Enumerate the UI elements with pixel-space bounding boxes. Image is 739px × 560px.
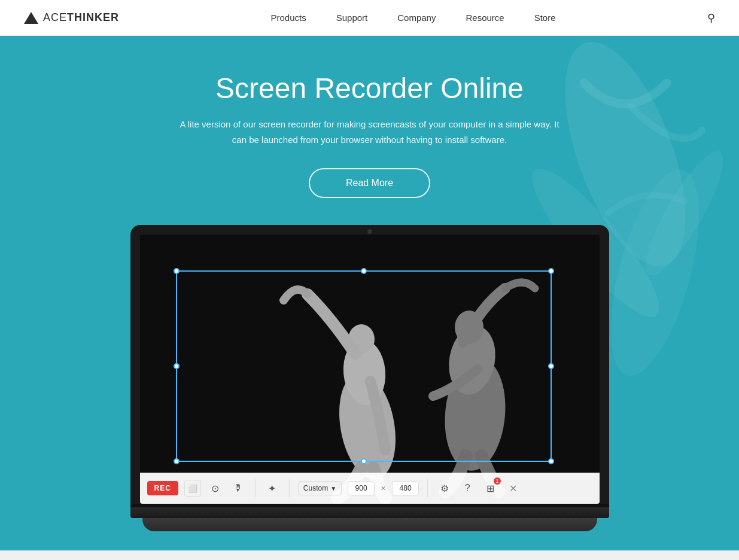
nav-resource[interactable]: Resource xyxy=(466,13,504,23)
selection-rectangle xyxy=(176,270,552,462)
laptop-camera xyxy=(367,229,372,234)
handle-bottom-left xyxy=(174,458,180,464)
handle-middle-right xyxy=(548,363,554,369)
read-more-button[interactable]: Read More xyxy=(309,168,430,198)
handle-middle-left xyxy=(174,363,180,369)
laptop-base xyxy=(130,507,609,518)
main-nav: Products Support Company Resource Store xyxy=(271,13,556,23)
hero-subtitle: A lite version of our screen recorder fo… xyxy=(178,117,561,147)
separator-3 xyxy=(427,479,428,497)
chevron-down-icon: ▼ xyxy=(330,485,336,492)
rec-button[interactable]: REC xyxy=(147,481,178,495)
nav-support[interactable]: Support xyxy=(336,13,368,23)
resolution-dropdown[interactable]: Custom ▼ xyxy=(298,481,342,495)
hero-section: Screen Recorder Online A lite version of… xyxy=(0,36,739,550)
handle-bottom-center xyxy=(361,458,367,464)
handle-bottom-right xyxy=(548,458,554,464)
search-icon[interactable]: ⚲ xyxy=(707,11,715,25)
carousel-dots xyxy=(0,550,739,560)
camera-icon[interactable]: ⊙ xyxy=(207,480,224,497)
logo[interactable]: ACETHINKER xyxy=(24,11,119,24)
hero-content: Screen Recorder Online A lite version of… xyxy=(0,36,739,531)
nav-store[interactable]: Store xyxy=(534,13,556,23)
handle-top-left xyxy=(174,268,180,274)
logo-triangle-icon xyxy=(24,12,38,24)
nav-company[interactable]: Company xyxy=(397,13,436,23)
laptop-screen: REC ⬜ ⊙ 🎙 ✦ Custom ▼ ✕ xyxy=(140,235,600,504)
separator-2 xyxy=(289,479,290,497)
laptop-mockup: REC ⬜ ⊙ 🎙 ✦ Custom ▼ ✕ xyxy=(130,225,609,531)
close-icon[interactable]: ✕ xyxy=(504,480,521,497)
header-right: ⚲ xyxy=(707,11,715,25)
logo-text: ACETHINKER xyxy=(43,11,119,24)
laptop-bottom-base xyxy=(142,518,597,531)
grid-icon[interactable]: ⊞ 1 xyxy=(482,480,498,497)
mic-icon[interactable]: 🎙 xyxy=(230,480,247,497)
screen-toolbar: REC ⬜ ⊙ 🎙 ✦ Custom ▼ ✕ xyxy=(140,473,600,504)
dimension-separator: ✕ xyxy=(381,485,386,492)
height-input[interactable] xyxy=(392,481,419,495)
handle-top-center xyxy=(361,268,367,274)
nav-products[interactable]: Products xyxy=(271,13,306,23)
handle-top-right xyxy=(548,268,554,274)
header: ACETHINKER Products Support Company Reso… xyxy=(0,0,739,36)
width-input[interactable] xyxy=(348,481,375,495)
expand-icon[interactable]: ✦ xyxy=(264,480,281,497)
help-icon[interactable]: ? xyxy=(459,480,476,497)
separator-1 xyxy=(255,479,256,497)
laptop-frame: REC ⬜ ⊙ 🎙 ✦ Custom ▼ ✕ xyxy=(130,225,609,504)
screen-icon[interactable]: ⬜ xyxy=(184,480,201,497)
settings-icon[interactable]: ⚙ xyxy=(436,480,453,497)
screen-content xyxy=(140,235,600,504)
hero-title: Screen Recorder Online xyxy=(215,72,524,105)
